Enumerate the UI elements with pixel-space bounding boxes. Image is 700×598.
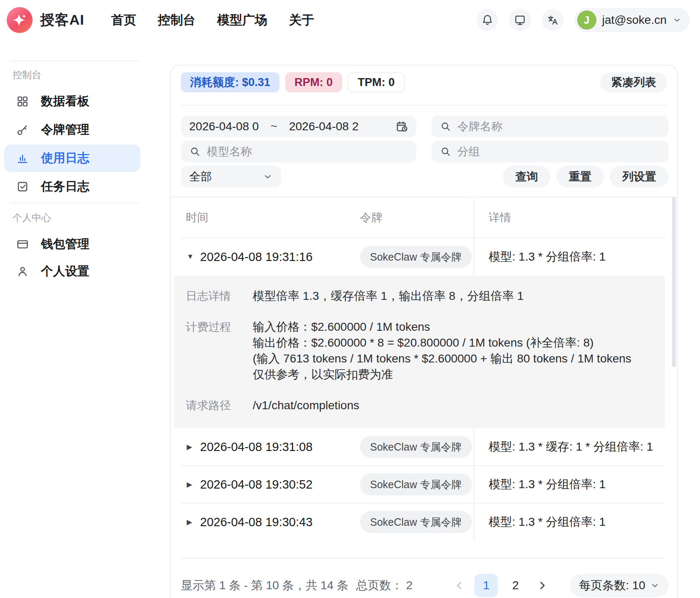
log-detail-value: 模型倍率 1.3，缓存倍率 1，输出倍率 8，分组倍率 1 [253,288,653,304]
nav-about[interactable]: 关于 [289,12,314,29]
expand-caret-icon[interactable]: ▶ [187,518,192,527]
page-button-2[interactable]: 2 [504,574,527,597]
date-end-value: 2026-04-08 2 [289,120,359,133]
key-icon [16,123,29,137]
model-name-filter[interactable] [181,141,416,162]
calendar-clock-icon [396,120,408,133]
translate-icon [546,14,559,26]
language-button[interactable] [542,9,563,31]
logo-sparkle-icon [7,7,33,33]
pagination: 显示第 1 条 - 第 10 条，共 14 条 总页数： 2 1 2 每页条数:… [181,572,669,598]
request-path-label: 请求路径 [186,398,249,413]
log-time: 2026-04-08 19:31:08 [200,440,312,454]
log-row[interactable]: ▶ 2026-04-08 19:31:08 SokeClaw 专属令牌 模型: … [171,428,679,466]
request-path-value: /v1/chat/completions [253,398,653,413]
bell-icon [481,14,494,26]
expand-caret-icon[interactable]: ▶ [187,480,192,489]
pager: 1 2 [450,574,551,597]
date-range-picker[interactable]: 2026-04-08 0 ~ 2026-04-08 2 [181,116,416,137]
next-page-button[interactable] [533,576,551,595]
chevron-down-icon [650,581,659,590]
app-window: 授客AI 首页 控制台 模型广场 关于 [0,0,700,598]
sidebar-item-usage-logs[interactable]: 使用日志 [4,144,140,172]
detail-column: 详情 [474,198,679,238]
compact-list-button[interactable]: 紧凑列表 [600,72,667,92]
sidebar-item-settings[interactable]: 个人设置 [4,258,140,285]
billing-line: (输入 7613 tokens / 1M tokens * $2.600000 … [253,351,653,367]
quota-badge: 消耗额度: $0.31 [181,72,279,92]
nav-model-plaza[interactable]: 模型广场 [217,12,267,29]
chevron-right-icon [536,580,548,591]
billing-line: 输入价格：$2.600000 / 1M tokens [253,319,653,335]
query-button[interactable]: 查询 [503,166,550,188]
column-settings-button[interactable]: 列设置 [610,166,669,188]
model-name-input[interactable] [207,145,408,158]
chevron-left-icon [454,580,465,591]
column-header-token: 令牌 [360,210,383,225]
user-menu[interactable]: J jat@soke.cn [574,8,690,32]
notifications-button[interactable] [477,9,498,31]
date-range-separator: ~ [271,120,277,133]
task-check-icon [16,180,29,193]
main-nav: 首页 控制台 模型广场 关于 [111,12,314,29]
page-size-select[interactable]: 每页条数: 10 [570,574,669,597]
brand[interactable]: 授客AI [7,7,84,33]
sidebar-item-label: 钱包管理 [41,236,89,253]
group-input[interactable] [457,145,660,158]
table-header: 时间 令牌 详情 [171,198,679,238]
column-header-time: 时间 [186,210,208,225]
column-header-detail: 详情 [489,210,511,225]
search-icon [440,121,451,132]
sidebar-item-task-logs[interactable]: 任务日志 [4,173,140,200]
log-row[interactable]: ▶ 2026-04-08 19:30:43 SokeClaw 专属令牌 模型: … [171,503,679,541]
chevron-down-icon [672,15,682,25]
log-row[interactable]: ▼ 2026-04-08 19:31:16 SokeClaw 专属令牌 模型: … [171,238,679,276]
sidebar: 控制台 数据看板 令牌管理 [0,40,163,598]
brand-title: 授客AI [40,10,84,30]
topbar-actions: J jat@soke.cn [477,8,690,32]
user-email: jat@soke.cn [602,13,667,27]
reset-button[interactable]: 重置 [556,166,604,188]
sidebar-item-dashboard[interactable]: 数据看板 [4,88,140,115]
page-button-1[interactable]: 1 [474,574,498,597]
log-detail-label: 日志详情 [186,288,249,304]
sidebar-item-tokens[interactable]: 令牌管理 [4,116,140,144]
theme-display-button[interactable] [509,9,531,31]
divider [10,61,139,61]
billing-line: 仅供参考，以实际扣费为准 [253,367,653,383]
log-detail: 模型: 1.3 * 分组倍率: 1 [489,249,606,265]
search-icon [440,146,451,157]
collapse-caret-icon[interactable]: ▼ [187,253,194,261]
scope-select[interactable]: 全部 [181,166,281,188]
token-name-input[interactable] [457,120,660,133]
token-name-filter[interactable] [431,116,669,137]
top-navbar: 授客AI 首页 控制台 模型广场 关于 [0,0,700,40]
dashboard-icon [16,95,29,108]
group-filter[interactable] [431,141,669,162]
divider [10,203,139,203]
monitor-icon [514,14,526,26]
pagination-summary: 显示第 1 条 - 第 10 条，共 14 条 [181,578,348,593]
person-icon [16,265,29,278]
detail-cell: 模型: 1.3 * 缓存: 1 * 分组倍率: 1 [474,428,679,466]
log-detail: 模型: 1.3 * 分组倍率: 1 [489,514,606,530]
sidebar-item-label: 令牌管理 [41,122,89,138]
sidebar-item-label: 数据看板 [41,93,89,110]
stats-row: 消耗额度: $0.31 RPM: 0 TPM: 0 [181,72,405,92]
sidebar-section-personal: 个人中心 [13,211,51,224]
billing-line: 输出价格：$2.600000 * 8 = $20.800000 / 1M tok… [253,335,653,351]
expanded-log-panel: 日志详情 模型倍率 1.3，缓存倍率 1，输出倍率 8，分组倍率 1 计费过程 … [174,276,665,428]
sidebar-item-wallet[interactable]: 钱包管理 [4,231,140,258]
log-time: 2026-04-08 19:30:52 [200,478,312,492]
bar-chart-icon [16,152,29,165]
expand-caret-icon[interactable]: ▶ [187,443,192,451]
scrollbar-thumb[interactable] [672,197,676,367]
prev-page-button[interactable] [450,576,469,595]
nav-home[interactable]: 首页 [111,12,136,29]
divider [181,558,665,559]
sidebar-item-label: 使用日志 [41,150,89,167]
token-badge: SokeClaw 专属令牌 [360,474,472,496]
log-row[interactable]: ▶ 2026-04-08 19:30:52 SokeClaw 专属令牌 模型: … [171,466,679,503]
nav-console[interactable]: 控制台 [158,12,195,29]
rpm-badge: RPM: 0 [285,72,342,92]
